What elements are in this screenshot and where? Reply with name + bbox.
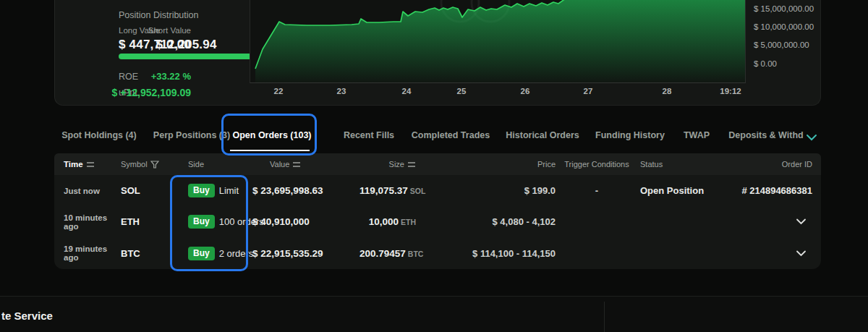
chevron-down-icon bbox=[806, 134, 817, 141]
tab-funding-history[interactable]: Funding History bbox=[595, 130, 665, 140]
order-status: Open Position bbox=[633, 185, 723, 196]
order-symbol: ETH bbox=[121, 216, 179, 227]
tabs-overflow-button[interactable] bbox=[806, 131, 819, 140]
column-header-side: Side bbox=[179, 160, 251, 169]
buy-badge: Buy bbox=[188, 184, 215, 197]
order-row-sol[interactable]: Just now SOL Buy Limit $ 23,695,998.63 1… bbox=[54, 175, 821, 206]
sort-icon bbox=[86, 161, 95, 168]
tab-perp-positions[interactable]: Perp Positions (3) bbox=[153, 130, 230, 140]
tab-historical-orders[interactable]: Historical Orders bbox=[506, 130, 579, 140]
x-tick: 27 bbox=[584, 87, 593, 95]
column-header-time[interactable]: Time bbox=[54, 160, 121, 169]
order-value: $ 22,915,535.29 bbox=[251, 248, 359, 259]
x-tick: 25 bbox=[457, 87, 467, 95]
order-expand bbox=[723, 248, 821, 259]
order-size: 10,000ETH bbox=[359, 216, 421, 227]
buy-badge: Buy bbox=[188, 247, 215, 260]
roe-value: +33.22 % bbox=[151, 71, 191, 82]
sort-icon bbox=[407, 161, 416, 168]
order-trigger: - bbox=[561, 185, 633, 196]
order-size: 200.79457BTC bbox=[359, 248, 421, 259]
order-side: Buy 100 orders bbox=[179, 215, 251, 229]
order-time: Just now bbox=[54, 187, 121, 195]
column-header-trigger-conditions: Trigger Conditions bbox=[561, 160, 633, 169]
size-unit: ETH bbox=[401, 218, 416, 226]
table-header-row: Time Symbol Side Value Si bbox=[54, 153, 821, 175]
buy-badge: Buy bbox=[188, 215, 215, 229]
order-price: $ 114,100 - 114,150 bbox=[421, 248, 561, 259]
active-tab-indicator bbox=[230, 150, 310, 151]
column-header-symbol[interactable]: Symbol bbox=[121, 160, 179, 169]
y-tick: $ 15,000,000.00 bbox=[754, 4, 814, 13]
filter-icon bbox=[150, 161, 159, 169]
column-header-size[interactable]: Size bbox=[359, 160, 421, 169]
trading-dashboard: Position Distribution Long Value Short V… bbox=[0, 0, 868, 332]
x-tick: 19:12 bbox=[720, 87, 741, 95]
order-time: 10 minutes ago bbox=[54, 213, 121, 231]
y-tick: $ 5,000,000.00 bbox=[754, 41, 809, 49]
footer-vertical-divider bbox=[604, 302, 605, 332]
tab-deposits-withdrawals[interactable]: Deposits & Withd bbox=[728, 130, 803, 140]
open-orders-table: Time Symbol Side Value Si bbox=[54, 153, 821, 269]
order-price: $ 199.0 bbox=[421, 185, 561, 196]
column-header-value[interactable]: Value bbox=[251, 160, 359, 169]
order-row-eth[interactable]: 10 minutes ago ETH Buy 100 orders $ 40,9… bbox=[54, 206, 821, 237]
column-header-order-id: Order ID bbox=[723, 160, 821, 169]
chevron-down-icon bbox=[796, 218, 807, 225]
y-tick: $ 0.00 bbox=[754, 59, 777, 68]
pnl-chart bbox=[250, 0, 746, 83]
footer-service-label: te Service bbox=[1, 310, 53, 322]
column-header-status: Status bbox=[633, 160, 723, 169]
chart-area bbox=[255, 0, 746, 83]
chevron-down-icon bbox=[796, 250, 807, 257]
footer: te Service bbox=[0, 297, 868, 332]
order-type: Limit bbox=[219, 185, 239, 196]
tab-twap[interactable]: TWAP bbox=[684, 130, 710, 140]
order-value: $ 23,695,998.63 bbox=[251, 185, 359, 196]
expand-row-button[interactable] bbox=[796, 248, 807, 259]
order-row-btc[interactable]: 19 minutes ago BTC Buy 2 orders $ 22,915… bbox=[54, 238, 821, 269]
order-symbol: BTC bbox=[121, 248, 179, 259]
order-side: Buy 2 orders bbox=[179, 247, 251, 260]
x-tick: 24 bbox=[402, 87, 412, 95]
order-side: Buy Limit bbox=[179, 184, 251, 197]
order-size: 119,075.37SOL bbox=[359, 185, 421, 196]
y-tick: $ 10,000,000.00 bbox=[754, 22, 814, 31]
order-expand bbox=[723, 216, 821, 227]
x-tick: 28 bbox=[663, 87, 672, 95]
column-header-price: Price bbox=[421, 160, 561, 169]
short-value-label: Short Value bbox=[148, 26, 191, 35]
order-price: $ 4,080 - 4,102 bbox=[421, 216, 561, 227]
position-distribution-title: Position Distribution bbox=[119, 10, 198, 20]
tab-recent-fills[interactable]: Recent Fills bbox=[344, 130, 394, 140]
order-type: 2 orders bbox=[219, 248, 254, 259]
short-value: $ 0.00 bbox=[156, 38, 191, 52]
expand-row-button[interactable] bbox=[796, 216, 807, 227]
x-tick: 22 bbox=[274, 87, 284, 95]
tab-spot-holdings[interactable]: Spot Holdings (4) bbox=[61, 130, 136, 140]
x-tick: 26 bbox=[521, 87, 530, 95]
order-symbol: SOL bbox=[121, 185, 179, 196]
upnl-value: $ +12,952,109.09 bbox=[112, 87, 191, 98]
tab-open-orders[interactable]: Open Orders (103) bbox=[232, 130, 311, 140]
sort-icon bbox=[292, 161, 301, 168]
order-time: 19 minutes ago bbox=[54, 244, 121, 262]
roe-label: ROE bbox=[119, 72, 138, 82]
x-tick: 23 bbox=[337, 87, 346, 95]
tab-completed-trades[interactable]: Completed Trades bbox=[412, 130, 490, 140]
order-value: $ 40,910,000 bbox=[251, 216, 359, 227]
order-id: # 214894686381 bbox=[723, 185, 821, 196]
